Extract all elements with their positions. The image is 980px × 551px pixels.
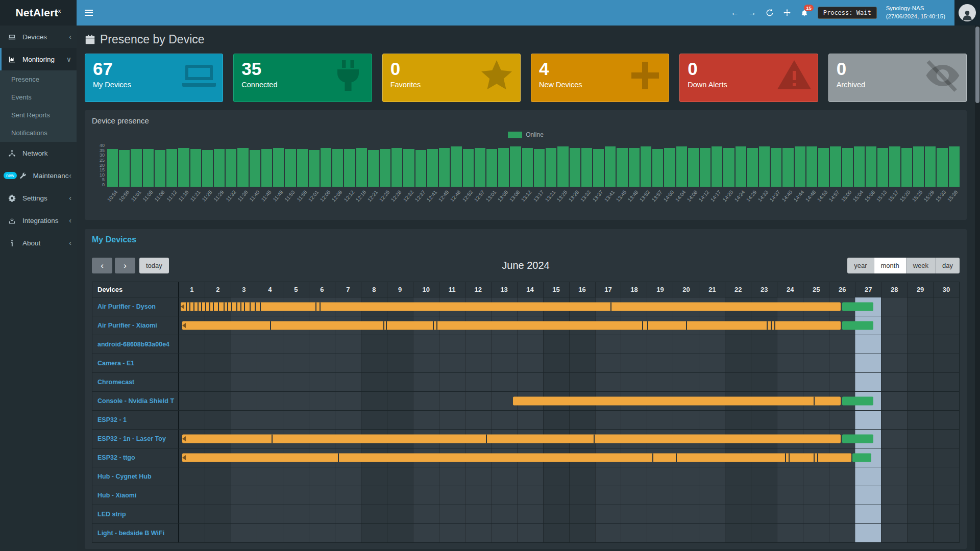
day-cell bbox=[881, 448, 907, 467]
bar-gap-tick bbox=[205, 303, 206, 311]
device-name-link[interactable]: Console - Nvidia Shield T bbox=[92, 392, 179, 410]
today-button[interactable]: today bbox=[139, 258, 169, 273]
day-cell bbox=[491, 354, 517, 372]
chart-bar bbox=[546, 148, 556, 187]
view-button-week[interactable]: week bbox=[906, 258, 936, 273]
day-cell bbox=[699, 354, 725, 372]
presence-bar[interactable] bbox=[842, 321, 873, 330]
day-cell bbox=[257, 524, 283, 542]
x-tick-label: 14:17 bbox=[711, 187, 723, 214]
day-cell bbox=[595, 524, 621, 542]
stat-card-connected[interactable]: 35Connected bbox=[233, 54, 372, 102]
day-cell bbox=[621, 505, 647, 523]
device-name-link[interactable]: ESP32 - ttgo bbox=[92, 448, 179, 467]
day-cell bbox=[257, 373, 283, 391]
presence-bar[interactable] bbox=[842, 435, 873, 443]
day-cell bbox=[855, 524, 881, 542]
day-cell bbox=[283, 486, 309, 505]
sidebar-item-about[interactable]: About‹ bbox=[0, 232, 77, 254]
warning-icon bbox=[776, 57, 813, 94]
day-cell bbox=[387, 354, 413, 372]
device-name-link[interactable]: Light - bedside B WiFi bbox=[92, 524, 179, 542]
day-cell bbox=[439, 335, 465, 354]
sidebar-subitem-events[interactable]: Events bbox=[0, 88, 77, 106]
next-month-button[interactable]: › bbox=[115, 258, 135, 273]
presence-bar[interactable] bbox=[182, 435, 841, 443]
x-tick-label: 12:37 bbox=[415, 187, 427, 214]
page-scrollbar[interactable] bbox=[975, 26, 980, 551]
notifications-bell-icon[interactable]: 15 bbox=[800, 9, 808, 17]
device-name-link[interactable]: Air Purifier - Xiaomi bbox=[92, 316, 179, 335]
forward-arrow-icon[interactable]: → bbox=[748, 8, 756, 17]
sidebar-subitem-sent-reports[interactable]: Sent Reports bbox=[0, 106, 77, 124]
sidebar-item-integrations[interactable]: Integrations‹ bbox=[0, 209, 77, 232]
day-cell bbox=[335, 373, 361, 391]
view-button-year[interactable]: year bbox=[847, 258, 874, 273]
device-row: Air Purifier - Xiaomi bbox=[92, 316, 959, 335]
presence-bar[interactable] bbox=[181, 303, 841, 311]
sidebar-item-monitoring[interactable]: Monitoring∨ bbox=[0, 48, 77, 70]
app-root: NetAlertx Devices‹Monitoring∨PresenceEve… bbox=[0, 0, 980, 551]
scrollbar-thumb[interactable] bbox=[975, 27, 979, 103]
stat-card-favorites[interactable]: 0Favorites bbox=[382, 54, 521, 102]
sidebar-subitem-presence[interactable]: Presence bbox=[0, 70, 77, 88]
day-cell bbox=[777, 373, 803, 391]
sidebar-item-devices[interactable]: Devices‹ bbox=[0, 26, 77, 48]
laptop-icon bbox=[181, 57, 217, 94]
prev-month-button[interactable]: ‹ bbox=[92, 258, 112, 273]
presence-bar[interactable] bbox=[842, 397, 873, 406]
x-tick-label: 11:29 bbox=[214, 187, 226, 214]
day-cell bbox=[647, 505, 673, 523]
device-name-link[interactable]: Air Purifier - Dyson bbox=[92, 297, 179, 316]
day-cell bbox=[543, 467, 569, 486]
view-button-month[interactable]: month bbox=[874, 258, 906, 273]
presence-bar[interactable] bbox=[513, 397, 841, 406]
chart-bar bbox=[403, 149, 414, 187]
menu-toggle-icon[interactable] bbox=[77, 0, 101, 26]
presence-bar[interactable] bbox=[182, 454, 851, 462]
presence-bar[interactable] bbox=[842, 303, 873, 311]
day-cell bbox=[647, 335, 673, 354]
sidebar-item-settings[interactable]: Settings‹ bbox=[0, 187, 77, 209]
x-tick-label: 14:53 bbox=[817, 187, 829, 214]
day-cell bbox=[621, 411, 647, 429]
user-avatar[interactable] bbox=[954, 0, 980, 26]
device-name-link[interactable]: Hub - Xiaomi bbox=[92, 486, 179, 505]
stat-card-new-devices[interactable]: 4New Devices bbox=[531, 54, 669, 102]
view-button-day[interactable]: day bbox=[936, 258, 960, 273]
refresh-icon[interactable] bbox=[766, 9, 774, 17]
back-arrow-icon[interactable]: ← bbox=[731, 8, 739, 17]
day-cell bbox=[855, 505, 881, 523]
stat-card-down-alerts[interactable]: 0Down Alerts bbox=[679, 54, 818, 102]
device-name-link[interactable]: ESP32 - 1n - Laser Toy bbox=[92, 430, 179, 448]
device-name-link[interactable]: android-68608b93a00e4 bbox=[92, 335, 179, 354]
presence-bar[interactable] bbox=[182, 321, 841, 330]
day-cell bbox=[907, 316, 933, 335]
device-name-link[interactable]: Chromecast bbox=[92, 373, 179, 391]
move-icon[interactable] bbox=[783, 9, 791, 17]
presence-bar[interactable] bbox=[852, 454, 871, 462]
day-cell bbox=[309, 524, 335, 542]
sidebar-item-maintenance[interactable]: newMaintenance‹ bbox=[0, 164, 77, 187]
stat-card-my-devices[interactable]: 67My Devices bbox=[85, 54, 223, 102]
stat-card-archived[interactable]: 0Archived bbox=[828, 54, 967, 102]
day-cell bbox=[803, 486, 829, 505]
chart-bar bbox=[190, 149, 201, 187]
chart-x-labels: 10:5410:5611:0111:0511:0811:1211:1611:21… bbox=[107, 187, 960, 214]
day-cell bbox=[413, 411, 439, 429]
device-name-link[interactable]: LED strip bbox=[92, 505, 179, 523]
chart-bar bbox=[795, 146, 805, 187]
day-cell bbox=[361, 524, 387, 542]
day-cell bbox=[881, 373, 907, 391]
device-timeline bbox=[179, 524, 959, 542]
day-header: 7 bbox=[335, 282, 361, 297]
day-cell bbox=[881, 335, 907, 354]
day-cell bbox=[907, 448, 933, 467]
topbar-right: ← → 15 Process: Wait Synology-NAS (27/06… bbox=[731, 0, 980, 26]
sidebar-subitem-notifications[interactable]: Notifications bbox=[0, 124, 77, 142]
device-name-link[interactable]: Hub - Cygnet Hub bbox=[92, 467, 179, 486]
sidebar-item-network[interactable]: Network bbox=[0, 142, 77, 164]
device-name-link[interactable]: ESP32 - 1 bbox=[92, 411, 179, 429]
x-tick-label: 11:16 bbox=[178, 187, 190, 214]
device-name-link[interactable]: Camera - E1 bbox=[92, 354, 179, 372]
